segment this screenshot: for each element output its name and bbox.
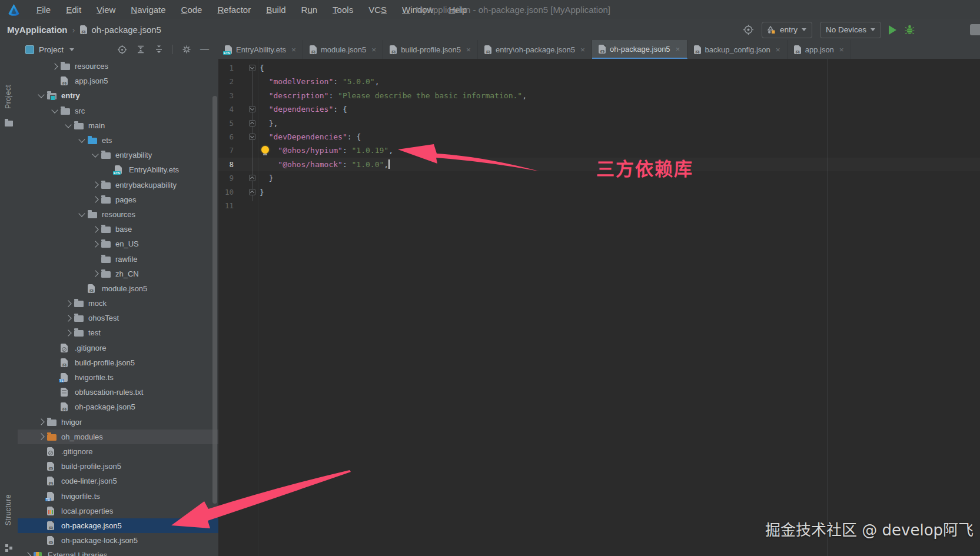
menu-item-run[interactable]: Run: [294, 0, 325, 19]
line-number[interactable]: 9: [218, 171, 234, 185]
tree-expand-slot[interactable]: [89, 271, 101, 276]
code-line[interactable]: 11: [218, 199, 980, 212]
tree-row-pages[interactable]: pages: [18, 192, 218, 207]
tree-expand-slot[interactable]: [48, 64, 61, 69]
code-line[interactable]: 4 "dependencies": {: [218, 102, 980, 116]
menu-item-refactor[interactable]: Refactor: [210, 0, 258, 19]
tree-expand-slot[interactable]: [89, 242, 101, 247]
device-selector[interactable]: No Devices: [820, 22, 881, 38]
line-number[interactable]: 11: [218, 199, 234, 212]
tree-row-rawfile[interactable]: rawfile: [18, 251, 218, 266]
run-configuration-selector[interactable]: entry: [762, 22, 812, 38]
chevron-down-icon[interactable]: [69, 48, 74, 51]
tree-row--gitignore[interactable]: .gitignore: [18, 444, 218, 459]
tree-row-local-properties[interactable]: local.properties: [18, 504, 218, 518]
tree-row-entryability[interactable]: entryability: [18, 148, 218, 162]
menu-item-file[interactable]: File: [29, 0, 58, 19]
tree-expand-slot[interactable]: [89, 154, 101, 157]
tree-expand-slot[interactable]: [35, 420, 47, 424]
close-tab-icon[interactable]: ×: [580, 45, 585, 54]
tree-expand-slot[interactable]: [89, 182, 101, 187]
tree-row-resources[interactable]: resources: [18, 207, 218, 222]
menu-item-tools[interactable]: Tools: [325, 0, 361, 19]
line-number[interactable]: 1: [218, 61, 234, 75]
fold-region-end-icon[interactable]: [249, 120, 255, 126]
stripe-project-button[interactable]: Project: [4, 85, 12, 109]
tree-row-app-json5[interactable]: app.json5: [18, 74, 218, 88]
breadcrumb-file[interactable]: oh-package.json5: [92, 25, 161, 35]
tree-row-ohostest[interactable]: ohosTest: [18, 311, 218, 325]
tree-row-mock[interactable]: mock: [18, 296, 218, 311]
tree-expand-slot[interactable]: [21, 553, 34, 556]
close-tab-icon[interactable]: ×: [676, 45, 680, 54]
fold-slot[interactable]: [234, 130, 260, 144]
tree-expand-slot[interactable]: [48, 109, 61, 112]
menu-item-build[interactable]: Build: [258, 0, 293, 19]
tree-expand-slot[interactable]: [35, 434, 47, 439]
tree-expand-slot[interactable]: [62, 301, 74, 306]
editor-tab-module-json5[interactable]: module.json5×: [303, 40, 383, 59]
menu-item-view[interactable]: View: [89, 0, 123, 19]
editor-tab-app-json[interactable]: app.json×: [788, 40, 851, 59]
fold-region-end-icon[interactable]: [249, 189, 255, 195]
line-number[interactable]: 10: [218, 185, 234, 199]
tree-row--gitignore[interactable]: .gitignore: [18, 341, 218, 355]
editor-tab-oh-package-json5[interactable]: oh-package.json5×: [592, 40, 687, 59]
tree-row-build-profile-json5[interactable]: build-profile.json5: [18, 355, 218, 370]
collapse-all-icon[interactable]: [154, 45, 164, 54]
tree-row-entrybackupability[interactable]: entrybackupability: [18, 178, 218, 192]
code-line[interactable]: 10}: [218, 185, 980, 199]
fold-slot[interactable]: [234, 61, 260, 75]
run-button[interactable]: [889, 25, 896, 35]
code-line[interactable]: 6 "devDependencies": {: [218, 130, 980, 144]
code-line[interactable]: 3 "description": "Please describe the ba…: [218, 89, 980, 102]
close-tab-icon[interactable]: ×: [839, 45, 844, 54]
close-tab-icon[interactable]: ×: [776, 45, 780, 54]
stripe-structure-button[interactable]: Structure: [4, 494, 12, 525]
tree-row-test[interactable]: test: [18, 325, 218, 340]
project-panel-title[interactable]: Project: [39, 45, 64, 54]
line-number[interactable]: 5: [218, 116, 234, 130]
tree-row-en-us[interactable]: en_US: [18, 237, 218, 251]
line-number[interactable]: 2: [218, 75, 234, 88]
tree-row-oh-package-json5[interactable]: oh-package.json5: [18, 399, 218, 414]
tree-row-oh-package-lock-json5[interactable]: oh-package-lock.json5: [18, 533, 218, 548]
project-tree-scrollbar[interactable]: [212, 96, 217, 504]
fold-region-open-icon[interactable]: [249, 65, 255, 71]
tree-row-oh-modules[interactable]: oh_modules: [18, 430, 218, 444]
code-line[interactable]: 5 },: [218, 116, 980, 130]
tree-row-zh-cn[interactable]: zh_CN: [18, 267, 218, 281]
profiler-icon[interactable]: [970, 24, 980, 35]
settings-gear-icon[interactable]: [182, 45, 191, 54]
select-opened-file-icon[interactable]: [117, 45, 127, 55]
tree-row-ets[interactable]: ets: [18, 133, 218, 148]
tree-expand-slot[interactable]: [62, 316, 74, 321]
line-number[interactable]: 4: [218, 102, 234, 116]
tree-expand-slot[interactable]: [62, 124, 74, 127]
tree-row-entry[interactable]: entry: [18, 88, 218, 103]
fold-region-open-icon[interactable]: [249, 134, 255, 140]
fold-slot[interactable]: [234, 185, 260, 199]
tree-row-main[interactable]: main: [18, 118, 218, 133]
debug-button[interactable]: [904, 24, 915, 35]
editor-tab-entryability-ets[interactable]: EntryAbility.ets×: [218, 40, 303, 59]
fold-region-end-icon[interactable]: [249, 175, 255, 181]
close-tab-icon[interactable]: ×: [371, 45, 376, 54]
fold-slot[interactable]: [234, 102, 260, 116]
menu-item-edit[interactable]: Edit: [58, 0, 89, 19]
tree-expand-slot[interactable]: [75, 139, 88, 142]
tree-row-base[interactable]: base: [18, 222, 218, 237]
line-number[interactable]: 3: [218, 89, 234, 102]
tree-expand-slot[interactable]: [75, 213, 88, 216]
tree-row-entryability-ets[interactable]: EntryAbility.ets: [18, 162, 218, 177]
line-number[interactable]: 8: [218, 158, 234, 171]
line-number[interactable]: 6: [218, 130, 234, 144]
tree-expand-slot[interactable]: [62, 331, 74, 335]
code-line[interactable]: 1{: [218, 61, 980, 75]
hide-panel-icon[interactable]: —: [200, 44, 209, 54]
breadcrumb-project[interactable]: MyApplication: [7, 25, 68, 35]
tree-row-build-profile-json5[interactable]: build-profile.json5: [18, 459, 218, 474]
locate-target-icon[interactable]: [743, 24, 754, 35]
close-tab-icon[interactable]: ×: [466, 45, 471, 54]
tree-row-code-linter-json5[interactable]: code-linter.json5: [18, 474, 218, 488]
